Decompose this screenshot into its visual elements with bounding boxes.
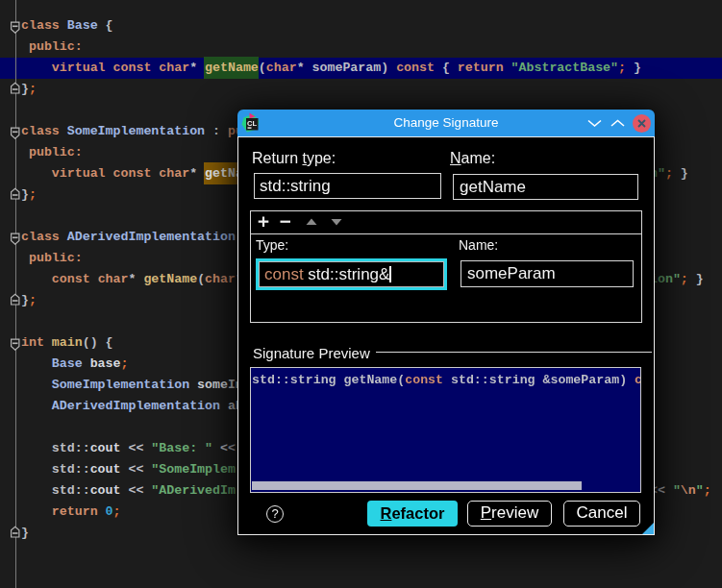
svg-text:CL: CL [247, 119, 257, 128]
